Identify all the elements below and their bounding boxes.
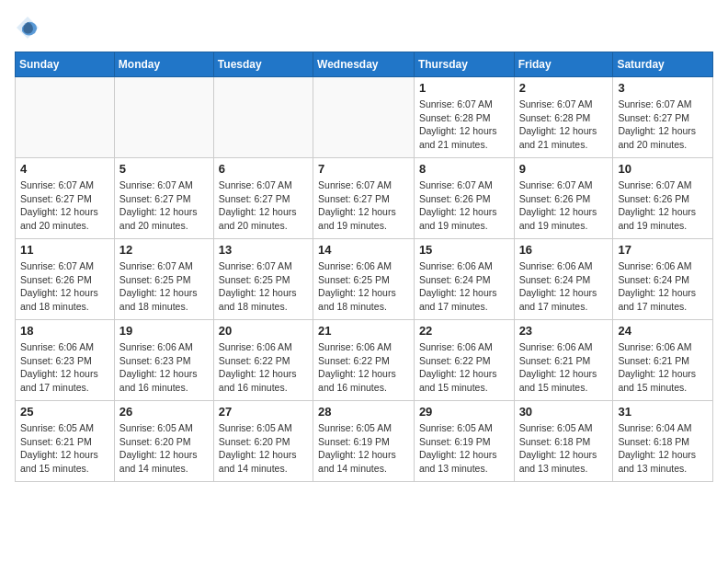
calendar-cell: 29Sunrise: 6:05 AM Sunset: 6:19 PM Dayli… bbox=[414, 401, 514, 482]
day-info: Sunrise: 6:05 AM Sunset: 6:19 PM Dayligh… bbox=[419, 421, 509, 476]
calendar-week-3: 11Sunrise: 6:07 AM Sunset: 6:26 PM Dayli… bbox=[16, 239, 713, 320]
day-info: Sunrise: 6:07 AM Sunset: 6:26 PM Dayligh… bbox=[519, 178, 609, 233]
day-info: Sunrise: 6:07 AM Sunset: 6:27 PM Dayligh… bbox=[219, 178, 308, 233]
calendar-week-5: 25Sunrise: 6:05 AM Sunset: 6:21 PM Dayli… bbox=[16, 401, 713, 482]
day-info: Sunrise: 6:06 AM Sunset: 6:22 PM Dayligh… bbox=[318, 340, 409, 395]
day-number: 12 bbox=[119, 243, 209, 257]
calendar-cell bbox=[114, 77, 213, 158]
day-number: 30 bbox=[519, 405, 609, 419]
day-info: Sunrise: 6:06 AM Sunset: 6:24 PM Dayligh… bbox=[419, 259, 509, 314]
calendar-cell: 4Sunrise: 6:07 AM Sunset: 6:27 PM Daylig… bbox=[16, 158, 115, 239]
calendar-cell: 21Sunrise: 6:06 AM Sunset: 6:22 PM Dayli… bbox=[313, 320, 415, 401]
calendar-cell: 6Sunrise: 6:07 AM Sunset: 6:27 PM Daylig… bbox=[213, 158, 313, 239]
calendar-cell: 22Sunrise: 6:06 AM Sunset: 6:22 PM Dayli… bbox=[414, 320, 514, 401]
calendar-cell: 13Sunrise: 6:07 AM Sunset: 6:25 PM Dayli… bbox=[213, 239, 313, 320]
day-number: 13 bbox=[219, 243, 308, 257]
calendar-week-2: 4Sunrise: 6:07 AM Sunset: 6:27 PM Daylig… bbox=[16, 158, 713, 239]
calendar-cell: 5Sunrise: 6:07 AM Sunset: 6:27 PM Daylig… bbox=[114, 158, 213, 239]
day-info: Sunrise: 6:05 AM Sunset: 6:21 PM Dayligh… bbox=[20, 421, 109, 476]
day-number: 6 bbox=[219, 162, 308, 176]
calendar-table: SundayMondayTuesdayWednesdayThursdayFrid… bbox=[15, 52, 713, 482]
calendar-cell: 23Sunrise: 6:06 AM Sunset: 6:21 PM Dayli… bbox=[514, 320, 613, 401]
day-info: Sunrise: 6:05 AM Sunset: 6:19 PM Dayligh… bbox=[318, 421, 409, 476]
day-number: 26 bbox=[119, 405, 209, 419]
calendar-body: 1Sunrise: 6:07 AM Sunset: 6:28 PM Daylig… bbox=[16, 77, 713, 482]
day-number: 9 bbox=[519, 162, 609, 176]
weekday-header-friday: Friday bbox=[514, 52, 613, 77]
calendar-cell: 8Sunrise: 6:07 AM Sunset: 6:26 PM Daylig… bbox=[414, 158, 514, 239]
logo-icon bbox=[15, 15, 40, 40]
day-info: Sunrise: 6:04 AM Sunset: 6:18 PM Dayligh… bbox=[618, 421, 708, 476]
calendar-cell: 17Sunrise: 6:06 AM Sunset: 6:24 PM Dayli… bbox=[613, 239, 713, 320]
calendar-cell bbox=[213, 77, 313, 158]
calendar-cell: 11Sunrise: 6:07 AM Sunset: 6:26 PM Dayli… bbox=[16, 239, 115, 320]
day-info: Sunrise: 6:06 AM Sunset: 6:24 PM Dayligh… bbox=[618, 259, 708, 314]
calendar-cell: 30Sunrise: 6:05 AM Sunset: 6:18 PM Dayli… bbox=[514, 401, 613, 482]
day-info: Sunrise: 6:07 AM Sunset: 6:27 PM Dayligh… bbox=[20, 178, 109, 233]
day-info: Sunrise: 6:05 AM Sunset: 6:18 PM Dayligh… bbox=[519, 421, 609, 476]
day-number: 7 bbox=[318, 162, 409, 176]
calendar-week-1: 1Sunrise: 6:07 AM Sunset: 6:28 PM Daylig… bbox=[16, 77, 713, 158]
day-info: Sunrise: 6:06 AM Sunset: 6:22 PM Dayligh… bbox=[419, 340, 509, 395]
weekday-header-monday: Monday bbox=[114, 52, 213, 77]
day-number: 29 bbox=[419, 405, 509, 419]
day-number: 28 bbox=[318, 405, 409, 419]
calendar-cell: 24Sunrise: 6:06 AM Sunset: 6:21 PM Dayli… bbox=[613, 320, 713, 401]
day-info: Sunrise: 6:07 AM Sunset: 6:27 PM Dayligh… bbox=[618, 98, 708, 152]
day-info: Sunrise: 6:07 AM Sunset: 6:28 PM Dayligh… bbox=[519, 98, 609, 152]
day-info: Sunrise: 6:06 AM Sunset: 6:21 PM Dayligh… bbox=[519, 340, 609, 395]
day-number: 16 bbox=[519, 243, 609, 257]
calendar-cell: 2Sunrise: 6:07 AM Sunset: 6:28 PM Daylig… bbox=[514, 77, 613, 158]
day-number: 25 bbox=[20, 405, 109, 419]
day-info: Sunrise: 6:06 AM Sunset: 6:22 PM Dayligh… bbox=[219, 340, 308, 395]
day-number: 18 bbox=[20, 324, 109, 338]
calendar-cell: 28Sunrise: 6:05 AM Sunset: 6:19 PM Dayli… bbox=[313, 401, 415, 482]
calendar-cell: 25Sunrise: 6:05 AM Sunset: 6:21 PM Dayli… bbox=[16, 401, 115, 482]
day-info: Sunrise: 6:07 AM Sunset: 6:25 PM Dayligh… bbox=[119, 259, 209, 314]
day-info: Sunrise: 6:06 AM Sunset: 6:24 PM Dayligh… bbox=[519, 259, 609, 314]
calendar-cell: 14Sunrise: 6:06 AM Sunset: 6:25 PM Dayli… bbox=[313, 239, 415, 320]
weekday-header-saturday: Saturday bbox=[613, 52, 713, 77]
calendar-cell: 19Sunrise: 6:06 AM Sunset: 6:23 PM Dayli… bbox=[114, 320, 213, 401]
day-number: 14 bbox=[318, 243, 409, 257]
day-info: Sunrise: 6:06 AM Sunset: 6:25 PM Dayligh… bbox=[318, 259, 409, 314]
day-info: Sunrise: 6:06 AM Sunset: 6:23 PM Dayligh… bbox=[20, 340, 109, 395]
calendar-cell: 27Sunrise: 6:05 AM Sunset: 6:20 PM Dayli… bbox=[213, 401, 313, 482]
weekday-header-wednesday: Wednesday bbox=[313, 52, 415, 77]
calendar-cell: 7Sunrise: 6:07 AM Sunset: 6:27 PM Daylig… bbox=[313, 158, 415, 239]
calendar-cell: 26Sunrise: 6:05 AM Sunset: 6:20 PM Dayli… bbox=[114, 401, 213, 482]
calendar-cell: 20Sunrise: 6:06 AM Sunset: 6:22 PM Dayli… bbox=[213, 320, 313, 401]
calendar-cell: 10Sunrise: 6:07 AM Sunset: 6:26 PM Dayli… bbox=[613, 158, 713, 239]
day-info: Sunrise: 6:07 AM Sunset: 6:27 PM Dayligh… bbox=[119, 178, 209, 233]
calendar-cell: 1Sunrise: 6:07 AM Sunset: 6:28 PM Daylig… bbox=[414, 77, 514, 158]
day-number: 20 bbox=[219, 324, 308, 338]
page-header bbox=[15, 15, 713, 40]
calendar-cell: 9Sunrise: 6:07 AM Sunset: 6:26 PM Daylig… bbox=[514, 158, 613, 239]
weekday-header-row: SundayMondayTuesdayWednesdayThursdayFrid… bbox=[16, 52, 713, 77]
day-number: 27 bbox=[219, 405, 308, 419]
day-number: 4 bbox=[20, 162, 109, 176]
day-info: Sunrise: 6:06 AM Sunset: 6:21 PM Dayligh… bbox=[618, 340, 708, 395]
calendar-cell: 3Sunrise: 6:07 AM Sunset: 6:27 PM Daylig… bbox=[613, 77, 713, 158]
day-number: 2 bbox=[519, 81, 609, 95]
day-number: 23 bbox=[519, 324, 609, 338]
day-info: Sunrise: 6:05 AM Sunset: 6:20 PM Dayligh… bbox=[219, 421, 308, 476]
day-info: Sunrise: 6:07 AM Sunset: 6:26 PM Dayligh… bbox=[419, 178, 509, 233]
calendar-cell bbox=[16, 77, 115, 158]
day-number: 5 bbox=[119, 162, 209, 176]
calendar-header: SundayMondayTuesdayWednesdayThursdayFrid… bbox=[16, 52, 713, 77]
day-number: 21 bbox=[318, 324, 409, 338]
weekday-header-tuesday: Tuesday bbox=[213, 52, 313, 77]
day-number: 8 bbox=[419, 162, 509, 176]
calendar-cell: 15Sunrise: 6:06 AM Sunset: 6:24 PM Dayli… bbox=[414, 239, 514, 320]
calendar-cell: 16Sunrise: 6:06 AM Sunset: 6:24 PM Dayli… bbox=[514, 239, 613, 320]
calendar-cell: 12Sunrise: 6:07 AM Sunset: 6:25 PM Dayli… bbox=[114, 239, 213, 320]
calendar-cell bbox=[313, 77, 415, 158]
day-info: Sunrise: 6:07 AM Sunset: 6:25 PM Dayligh… bbox=[219, 259, 308, 314]
day-number: 10 bbox=[618, 162, 708, 176]
calendar-cell: 31Sunrise: 6:04 AM Sunset: 6:18 PM Dayli… bbox=[613, 401, 713, 482]
day-number: 22 bbox=[419, 324, 509, 338]
day-number: 24 bbox=[618, 324, 708, 338]
day-info: Sunrise: 6:07 AM Sunset: 6:26 PM Dayligh… bbox=[618, 178, 708, 233]
day-number: 11 bbox=[20, 243, 109, 257]
